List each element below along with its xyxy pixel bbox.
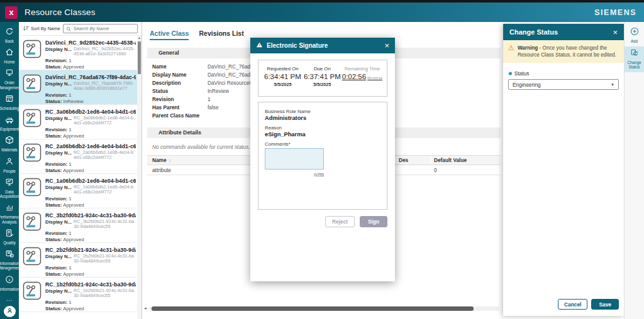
resource-class-name: DaVinci_RC_9d2852ec-4435-4538-a61... xyxy=(45,40,136,46)
tab-active-class[interactable]: Active Class xyxy=(150,30,189,40)
list-item[interactable]: DaVinci_RC_76ada676-7f89-4dac-9d88... Di… xyxy=(19,70,137,105)
sidebar-item-performance-analysis[interactable]: Performance Analysis xyxy=(0,203,19,224)
top-header-bar: x Resource Classes SIEMENS xyxy=(0,3,644,22)
add-action[interactable]: Add xyxy=(625,25,644,46)
revision-label: Revision: xyxy=(45,265,67,271)
dialog-title: Electronic Signature xyxy=(267,42,328,49)
data-acquisition-icon xyxy=(5,178,14,189)
sort-icon xyxy=(23,23,30,35)
display-name-value: RC_2b2fd0b21-924c-4c31-ba30-9da4849cec55 xyxy=(74,254,136,264)
list-item[interactable]: RC_3b2fd0b21-924c-4c31-ba30-9da48... Dis… xyxy=(19,208,137,243)
column-description-header[interactable]: Des xyxy=(395,157,430,163)
list-item[interactable]: RC_1a06b6db2-1ed6-4e04-b4d1-c68c2... Dis… xyxy=(19,174,137,208)
revision-label: Revision: xyxy=(45,300,67,305)
sidebar-item-order-management[interactable]: Order Management xyxy=(0,68,19,89)
right-action-bar: Add Change Status xyxy=(624,22,644,319)
business-role-label: Business Role Name xyxy=(265,109,380,114)
scroll-up-icon[interactable]: ▲ xyxy=(137,36,142,40)
horizontal-scrollbar[interactable]: ◄ xyxy=(143,306,499,311)
resource-class-icon xyxy=(23,247,42,275)
sidebar-item-materials[interactable]: Materials xyxy=(0,136,19,152)
list-item[interactable]: RC_1b2fd0b21-924c-4c31-ba30-9da484... Di… xyxy=(19,278,137,312)
chevron-down-icon: ▼ xyxy=(611,83,614,87)
warning-icon: ⚠ xyxy=(508,45,514,51)
cancel-button[interactable]: Cancel xyxy=(558,299,587,310)
sidebar-item-information[interactable]: Information xyxy=(0,275,19,291)
remaining-time-label: Remaining Time xyxy=(342,66,382,72)
user-icon xyxy=(6,306,14,317)
requested-on-time: 6:34:41 PM xyxy=(263,73,303,80)
field-value: false xyxy=(208,104,219,112)
panel-close-icon[interactable]: × xyxy=(613,28,618,36)
list-item[interactable]: RC_2a06b6db2-1ed6-4e04-b4d1-c68c2... Dis… xyxy=(19,139,137,174)
search-input[interactable] xyxy=(74,26,135,31)
sidebar-item-equipment[interactable]: Equipment xyxy=(0,115,19,131)
status-label: Status: xyxy=(45,64,62,70)
field-label: Name xyxy=(152,63,208,71)
list-toolbar: Sort By Name xyxy=(19,22,142,36)
requested-on-label: Requested On xyxy=(263,66,303,72)
electronic-signature-dialog: Electronic Signature × Requested On 6:34… xyxy=(250,38,395,281)
revision-value: 1 xyxy=(69,58,71,63)
tab-revisions-list[interactable]: Revisions List xyxy=(199,30,243,40)
display-name-value: RC_3a06b6db2-1ed6-4e04-b4d1-c68c2dd4f772 xyxy=(74,116,136,126)
save-button[interactable]: Save xyxy=(591,299,619,310)
materials-icon xyxy=(5,136,14,147)
revision-value: 1 xyxy=(69,300,71,305)
list-item[interactable]: RC_3a06b6db2-1ed6-4e04-b4d1-c68c2... Dis… xyxy=(19,105,137,139)
dialog-close-icon[interactable]: × xyxy=(384,41,389,50)
status-label: Status: xyxy=(45,99,62,104)
sidebar-more-icon[interactable]: ... xyxy=(6,296,13,302)
revision-label: Revision: xyxy=(45,58,67,63)
comments-textarea[interactable] xyxy=(265,148,324,170)
list-item[interactable]: RC_2b2fd0b21-924c-4c31-ba30-9da48... Dis… xyxy=(19,243,137,278)
change-status-action[interactable]: Change Status xyxy=(625,46,644,72)
sidebar-item-people[interactable]: People xyxy=(0,157,19,173)
list-scroll-thumb[interactable] xyxy=(138,41,141,74)
horizontal-scroll-thumb[interactable] xyxy=(152,306,474,311)
change-status-panel: Change Status × ⚠ Warning - Once you hav… xyxy=(503,24,624,316)
sidebar-item-information-management[interactable]: Information Management xyxy=(0,249,19,270)
display-name-label: Display N... xyxy=(45,81,72,92)
sort-by-name-button[interactable]: Sort By Name xyxy=(23,23,60,35)
scroll-left-icon[interactable]: ◄ xyxy=(143,306,149,310)
list-vertical-scrollbar[interactable]: ▲ xyxy=(137,36,142,319)
equipment-icon xyxy=(5,115,14,126)
resource-class-name: RC_2b2fd0b21-924c-4c31-ba30-9da48... xyxy=(45,247,136,253)
user-avatar[interactable] xyxy=(4,306,16,317)
resource-class-name: RC_1a06b6db2-1ed6-4e04-b4d1-c68c2... xyxy=(45,178,136,184)
status-value: Approved xyxy=(63,202,84,208)
status-dropdown[interactable]: Engineering ▼ xyxy=(508,79,619,90)
resource-class-icon xyxy=(23,143,42,171)
search-box[interactable] xyxy=(63,24,138,33)
display-name-label: Display N... xyxy=(45,185,72,195)
sidebar-item-home[interactable]: Home xyxy=(0,48,19,64)
remaining-time-unit: hh:mm:ss xyxy=(367,76,382,80)
resource-class-icon xyxy=(23,178,42,206)
sign-button[interactable]: Sign xyxy=(360,216,387,227)
column-sort-icon[interactable]: ↕ xyxy=(169,158,172,163)
sidebar-item-data-acquisition[interactable]: Data Acquisition xyxy=(0,178,19,198)
comments-label: Comments* xyxy=(265,141,380,147)
change-status-icon xyxy=(630,48,639,60)
status-label: Status: xyxy=(45,306,62,311)
column-default-value-header[interactable]: Default Value xyxy=(430,157,501,163)
reason-value: eSign_Pharma xyxy=(265,131,380,138)
warning-banner: ⚠ Warning - Once you have changed the Re… xyxy=(503,40,624,63)
warning-title: Warning xyxy=(518,45,538,51)
field-label: Display Name xyxy=(152,71,208,79)
resource-class-icon xyxy=(23,74,42,102)
sidebar-item-scheduling[interactable]: Scheduling xyxy=(0,94,19,111)
revision-value: 1 xyxy=(69,196,71,202)
order-management-icon xyxy=(5,68,14,80)
status-label: Status: xyxy=(45,168,62,173)
sidebar-item-back[interactable]: Back xyxy=(0,27,19,43)
quality-icon xyxy=(5,229,14,240)
reject-button[interactable]: Reject xyxy=(325,216,355,227)
resource-class-icon xyxy=(23,109,42,137)
resource-class-name: RC_2a06b6db2-1ed6-4e04-b4d1-c68c2... xyxy=(45,143,136,149)
sidebar-item-quality[interactable]: Quality xyxy=(0,229,19,245)
list-item[interactable]: DaVinci_RC_9d2852ec-4435-4538-a61... Dis… xyxy=(19,36,137,70)
scheduling-icon xyxy=(5,94,14,105)
column-name-header[interactable]: Name xyxy=(152,157,167,163)
